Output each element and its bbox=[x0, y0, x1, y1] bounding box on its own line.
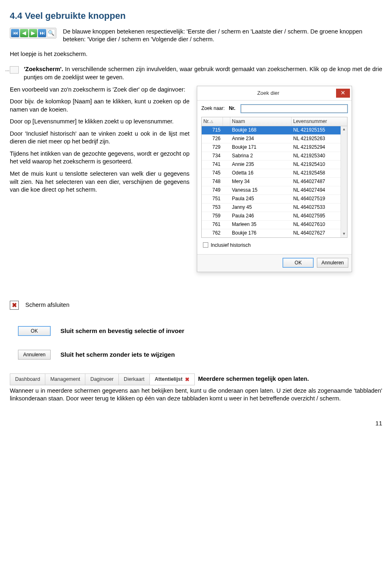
col-nr-label: Nr. bbox=[203, 118, 209, 125]
cell-nr: 726 bbox=[202, 135, 223, 142]
list-item[interactable]: 726Annie 234NL 421925263 bbox=[202, 135, 347, 143]
tab-daginvoer[interactable]: Daginvoer bbox=[85, 374, 119, 385]
cell-levensnummer: NL 464027533 bbox=[292, 204, 347, 210]
annuleren-button-sample[interactable]: Annuleren bbox=[18, 350, 51, 360]
tab-dierkaart[interactable]: Dierkaart bbox=[119, 374, 150, 385]
cell-naam: Paula 246 bbox=[230, 212, 292, 219]
cell-nr: 729 bbox=[202, 144, 223, 150]
cell-naam: Annie 235 bbox=[230, 161, 292, 168]
section-heading: 4.4 Veel gebruikte knoppen bbox=[10, 10, 382, 22]
search-field-name: Nr. bbox=[229, 105, 235, 112]
tab-management[interactable]: Management bbox=[45, 374, 85, 385]
list-item[interactable]: 759Paula 246NL 464027595 bbox=[202, 212, 347, 221]
cell-nr: 762 bbox=[202, 230, 223, 236]
cell-naam: Paula 245 bbox=[230, 195, 292, 202]
cell-nr: 751 bbox=[202, 195, 223, 202]
dialog-cancel-button[interactable]: Annuleren bbox=[317, 258, 348, 268]
scroll-down-icon[interactable]: ▼ bbox=[341, 231, 347, 237]
tab-strip: Dashboard Management Daginvoer Dierkaart… bbox=[10, 373, 195, 385]
left-para-1: Een voorbeeld van zo'n zoekscherm is 'Zo… bbox=[10, 86, 189, 94]
scroll-up-icon[interactable]: ▲ bbox=[341, 126, 347, 133]
cell-levensnummer: NL 421925410 bbox=[292, 161, 347, 168]
intro-text-1: De blauwe knoppen betekenen respectievel… bbox=[63, 28, 382, 44]
cell-levensnummer: NL 464027519 bbox=[292, 195, 347, 202]
cell-levensnummer: NL 421925155 bbox=[292, 127, 347, 133]
prev-icon: ◀ bbox=[20, 29, 28, 37]
zoekscherm-paragraph: … 'Zoekscherm'. In verschillende scherme… bbox=[24, 65, 382, 81]
inclusief-historisch-checkbox[interactable] bbox=[203, 242, 208, 248]
search-icon: 🔍 bbox=[47, 29, 55, 37]
col-spacer bbox=[223, 117, 230, 126]
tab-attentielijst[interactable]: Attentielijst ✖ bbox=[150, 374, 194, 385]
list-item[interactable]: 749Vanessa 15NL 464027494 bbox=[202, 186, 347, 195]
tab-close-icon[interactable]: ✖ bbox=[185, 377, 189, 382]
cell-naam: Annie 234 bbox=[230, 135, 292, 142]
left-para-4: Door 'Inclusief historisch' aan te vinke… bbox=[10, 130, 189, 146]
cell-nr: 748 bbox=[202, 178, 223, 185]
cell-levensnummer: NL 464027487 bbox=[292, 178, 347, 185]
sort-asc-icon: △ bbox=[210, 119, 213, 124]
col-nr[interactable]: Nr. △ bbox=[202, 117, 223, 126]
ellipsis-icon: … bbox=[10, 66, 19, 74]
cell-naam: Odetta 16 bbox=[230, 170, 292, 176]
list-scrollbar[interactable]: ▲ ▼ bbox=[341, 126, 347, 237]
list-item[interactable]: 761Marleen 35NL 464027610 bbox=[202, 221, 347, 229]
ok-caption: Sluit scherm en bevestig selectie of inv… bbox=[60, 327, 184, 335]
list-item[interactable]: 753Janny 45NL 464027533 bbox=[202, 203, 347, 212]
list-item[interactable]: 751Paula 245NL 464027519 bbox=[202, 195, 347, 203]
list-item[interactable]: 734Sabrina 2NL 421925340 bbox=[202, 152, 347, 161]
list-item[interactable]: 729Boukje 171NL 421925294 bbox=[202, 143, 347, 152]
page-number: 11 bbox=[10, 419, 382, 427]
search-input[interactable] bbox=[241, 105, 347, 113]
dialog-close-button[interactable]: ✕ bbox=[336, 89, 350, 98]
cell-naam: Janny 45 bbox=[230, 204, 292, 210]
dialog-title: Zoek dier bbox=[200, 89, 336, 97]
cell-nr: 734 bbox=[202, 152, 223, 159]
nav-buttons-image: ⏮ ◀ ▶ ⏭ 🔍 bbox=[10, 28, 56, 38]
cell-levensnummer: NL 421925263 bbox=[292, 135, 347, 142]
intro-text-2: Het loepje is het zoekscherm. bbox=[10, 50, 382, 58]
cell-nr: 715 bbox=[202, 127, 223, 133]
close-window-icon: ✖ bbox=[10, 301, 19, 310]
tabs-caption: Meerdere schermen tegelijk open laten. bbox=[198, 375, 309, 383]
cell-naam: Vanessa 15 bbox=[230, 187, 292, 193]
cell-levensnummer: NL 464027610 bbox=[292, 221, 347, 228]
cell-levensnummer: NL 464027595 bbox=[292, 212, 347, 219]
tab-attentielijst-label: Attentielijst bbox=[155, 376, 183, 383]
first-icon: ⏮ bbox=[11, 29, 19, 37]
list-item[interactable]: 762Boukje 176NL 464027627 bbox=[202, 229, 347, 238]
zoekscherm-rest: In verschillende schermen zijn invulveld… bbox=[24, 66, 382, 80]
cell-naam: Boukje 171 bbox=[230, 144, 292, 150]
next-icon: ▶ bbox=[29, 29, 37, 37]
cell-naam: Sabrina 2 bbox=[230, 152, 292, 159]
list-item[interactable]: 748Mery 34NL 464027487 bbox=[202, 178, 347, 186]
cell-naam: Boukje 168 bbox=[230, 127, 292, 133]
list-item[interactable]: 745Odetta 16NL 421925458 bbox=[202, 169, 347, 178]
search-label: Zoek naar: bbox=[201, 105, 225, 112]
cell-naam: Marleen 35 bbox=[230, 221, 292, 228]
cell-levensnummer: NL 464027627 bbox=[292, 230, 347, 236]
col-naam[interactable]: Naam bbox=[230, 117, 292, 126]
cell-naam: Mery 34 bbox=[230, 178, 292, 185]
list-item[interactable]: 715Boukje 168NL 421925155 bbox=[202, 126, 347, 135]
annuleren-caption: Sluit het scherm zonder iets te wijzigen bbox=[60, 351, 175, 359]
zoek-dier-dialog: Zoek dier ✕ Zoek naar: Nr. Nr. △ bbox=[197, 86, 352, 272]
cell-levensnummer: NL 421925340 bbox=[292, 152, 347, 159]
cell-levensnummer: NL 421925458 bbox=[292, 170, 347, 176]
left-para-6: Met de muis kunt u tenslotte selecteren … bbox=[10, 170, 189, 194]
left-para-2: Door bijv. de kolomkop [Naam] aan te kli… bbox=[10, 98, 189, 114]
list-item[interactable]: 741Annie 235NL 421925410 bbox=[202, 161, 347, 169]
cell-levensnummer: NL 464027494 bbox=[292, 187, 347, 193]
ok-button-sample[interactable]: OK bbox=[18, 326, 51, 336]
cell-nr: 749 bbox=[202, 187, 223, 193]
cell-levensnummer: NL 421925294 bbox=[292, 144, 347, 150]
tab-dashboard[interactable]: Dashboard bbox=[10, 374, 45, 385]
scherm-afsluiten-label: Scherm afsluiten bbox=[25, 301, 69, 309]
cell-nr: 753 bbox=[202, 204, 223, 210]
dialog-ok-button[interactable]: OK bbox=[283, 258, 314, 268]
dier-listbox[interactable]: Nr. △ Naam Levensnummer 715Boukje 168NL … bbox=[201, 117, 347, 238]
inclusief-historisch-label: Inclusief historisch bbox=[211, 242, 251, 248]
cell-nr: 759 bbox=[202, 212, 223, 219]
col-levensnummer[interactable]: Levensnummer bbox=[292, 117, 341, 126]
cell-nr: 761 bbox=[202, 221, 223, 228]
